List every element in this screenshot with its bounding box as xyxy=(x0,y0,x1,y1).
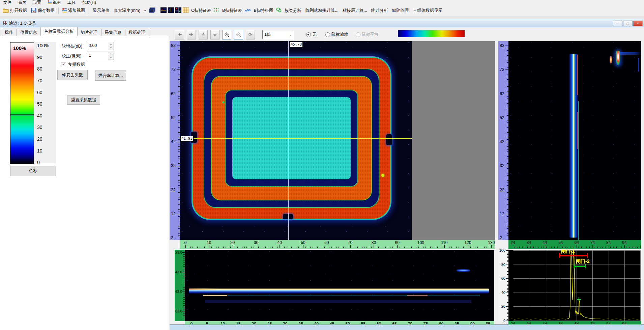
mouse-mode-none[interactable]: 无 xyxy=(306,32,317,37)
menu-help[interactable]: 帮助(H) xyxy=(79,0,99,5)
waveform-icon[interactable] xyxy=(244,8,251,13)
bscan-bottom-view[interactable] xyxy=(185,250,494,321)
scale-label: 70 xyxy=(34,75,49,87)
spin-up-icon[interactable]: ▲ xyxy=(108,42,114,46)
scale-threshold-line[interactable] xyxy=(10,114,34,115)
correction-input[interactable]: 1 ▲▼ xyxy=(87,52,114,60)
ascan-view[interactable]: 闸门-1 闸门-2 xyxy=(508,250,641,321)
reset-acquisition-button[interactable]: 重置采集数据 xyxy=(67,95,100,105)
cscan-view[interactable]: 45.78 41.93 xyxy=(180,41,495,240)
menu-file[interactable]: 文件 xyxy=(0,0,15,5)
radio-icon xyxy=(356,32,360,37)
statistics-button[interactable]: 统计分析 xyxy=(370,7,389,14)
quad-view-icon[interactable] xyxy=(175,7,181,14)
toolbar-separator xyxy=(58,7,59,14)
tab-acquisition-info[interactable]: 采集信息 xyxy=(101,29,125,36)
menu-view[interactable]: 视图 xyxy=(45,0,64,5)
bscan-horizontal-view-icon[interactable] xyxy=(160,7,167,14)
cscan-feature-table-label: C扫特征表 xyxy=(191,8,211,13)
cscan-crosshair-vertical[interactable] xyxy=(288,41,289,240)
close-button[interactable]: ✕ xyxy=(633,21,643,26)
open-data-button[interactable]: 打开数据 xyxy=(1,7,28,15)
pan-up-button[interactable] xyxy=(199,30,208,39)
mouse-mode-zoom-label: 鼠标缩放 xyxy=(331,32,348,37)
zoom-level-dropdown[interactable]: 1倍 ⌄ xyxy=(262,30,294,39)
colorscale-button[interactable]: 色标 xyxy=(10,166,56,176)
cscan-feature-table-button[interactable]: C扫特征表 xyxy=(190,7,212,14)
display-unit-dropdown[interactable]: 真实深度(mm) ▼ xyxy=(112,7,148,14)
gate2-label[interactable]: 闸门-2 xyxy=(576,258,589,265)
color-scale-gradient[interactable]: 100% xyxy=(10,42,34,164)
add-view-button[interactable]: 添加视图 xyxy=(61,7,86,14)
ruler-label: 32 xyxy=(498,154,504,178)
pan-right-button[interactable] xyxy=(187,30,196,39)
array-bond-calc-button[interactable]: 阵列式粘接计算... xyxy=(304,7,340,14)
tab-data-processing[interactable]: 数据处理 xyxy=(125,29,149,36)
bscan-right-view[interactable] xyxy=(508,41,641,240)
spin-down-icon[interactable]: ▼ xyxy=(108,56,114,60)
chevron-down-icon: ⌄ xyxy=(289,33,292,36)
bscan-bottom-vertical-ruler: 23.043.063.083.0 xyxy=(175,250,185,321)
mouse-mode-none-label: 无 xyxy=(312,32,317,37)
layered-views-icon[interactable] xyxy=(149,7,155,14)
dot-grid-icon[interactable] xyxy=(214,7,219,14)
zoom-in-button[interactable] xyxy=(222,30,231,39)
bscan-feature-table-button[interactable]: B扫特征表 xyxy=(221,7,243,14)
menu-layout[interactable]: 布局 xyxy=(15,0,30,5)
gate1-label[interactable]: 闸门-1 xyxy=(561,250,575,254)
spinner-buttons[interactable]: ▲▼ xyxy=(108,52,114,60)
pan-left-button[interactable] xyxy=(175,30,184,39)
tab-position-info[interactable]: 位置信息 xyxy=(17,29,41,36)
soft-gain-input[interactable]: 0.00 ▲▼ xyxy=(87,42,114,50)
recheck-data-checkbox[interactable]: ✓ 复探数据 xyxy=(61,62,85,67)
ruler-label: 90 xyxy=(385,240,409,245)
save-data-button[interactable]: 保存数据 xyxy=(30,7,56,15)
cscan-vertical-ruler: 82726252423222122 xyxy=(170,41,180,240)
volume-display-button[interactable]: 三维体数据显示 xyxy=(412,7,444,14)
grid-table-icon[interactable] xyxy=(183,7,188,14)
array-bond-calc-label: 阵列式粘接计算... xyxy=(305,8,339,13)
restore-button[interactable]: ▢ xyxy=(623,21,633,26)
weld-rate-calc-button[interactable]: 焊合率计算... xyxy=(95,71,126,81)
spinner-buttons[interactable]: ▲▼ xyxy=(108,42,114,50)
display-unit-label: 显示单位 xyxy=(91,8,111,13)
bscan-vertical-view-icon[interactable] xyxy=(168,7,174,14)
zoom-out-button[interactable] xyxy=(234,30,243,39)
cluster-analysis-icon[interactable] xyxy=(276,7,282,14)
display-unit-value: 真实深度(mm) xyxy=(114,8,140,13)
bscan-bottom-left-hot xyxy=(189,288,219,290)
cluster-analysis-button[interactable]: 簇类分析 xyxy=(283,7,303,14)
scale-overlay-value: 100% xyxy=(13,45,26,51)
bscan-feature-graph-button[interactable]: B扫特征图 xyxy=(252,7,274,14)
ruler-label: 32 xyxy=(170,154,176,178)
ruler-label: 60 xyxy=(315,240,339,245)
repair-lost-data-button[interactable]: 修复丢失数 xyxy=(57,70,88,80)
pan-down-button[interactable] xyxy=(210,30,219,39)
horizontal-scrollbar[interactable] xyxy=(170,324,644,330)
spin-down-icon[interactable]: ▼ xyxy=(108,46,114,50)
add-view-icon xyxy=(62,8,67,13)
ruler-label: 22 xyxy=(170,178,176,202)
menu-settings[interactable]: 设置 xyxy=(30,0,45,5)
defect-management-button[interactable]: 缺陷管理 xyxy=(391,7,410,14)
tab-slice-processing[interactable]: 切片处理 xyxy=(77,29,101,36)
cscan-notch-bottom xyxy=(283,214,293,219)
scale-label: 40 xyxy=(34,110,49,122)
ruler-label: 100 xyxy=(409,240,433,245)
mouse-mode-zoom[interactable]: 鼠标缩放 xyxy=(325,32,348,37)
menu-tools[interactable]: 工具 xyxy=(64,0,79,5)
tab-operation[interactable]: 操作 xyxy=(1,29,17,36)
bscan-secondary-echo-line xyxy=(578,101,579,240)
scale-label: 100% xyxy=(34,40,49,52)
app-window: 文件 布局 设置 视图 工具 帮助(H) 打开数据 保存数据 添加视图 显示单位 xyxy=(0,0,644,330)
tab-colorscale-analysis[interactable]: 色标及数据分析 xyxy=(40,27,78,36)
crosshair-y-readout: 41.93 xyxy=(180,136,194,141)
minimize-button[interactable]: — xyxy=(613,21,622,26)
bond-layer-calc-button[interactable]: 粘接层计算... xyxy=(341,7,369,14)
ruler-label: 50 xyxy=(291,240,315,245)
cscan-crosshair-horizontal[interactable] xyxy=(180,138,412,139)
crosshair-x-readout: 45.78 xyxy=(290,42,303,47)
spin-up-icon[interactable]: ▲ xyxy=(108,52,114,56)
refresh-button[interactable]: ⟳ xyxy=(246,30,255,39)
ruler-label: 54 xyxy=(553,240,568,245)
